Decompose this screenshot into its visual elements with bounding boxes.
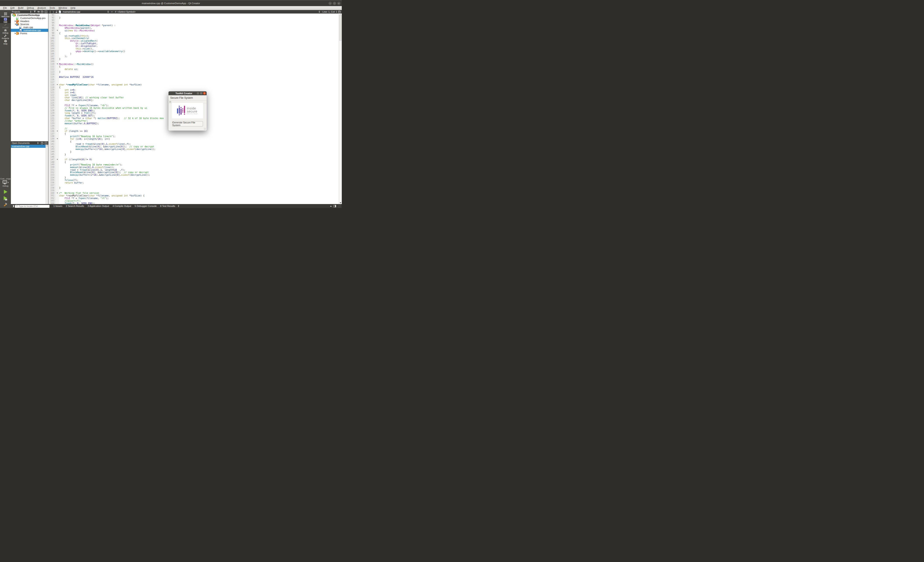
drag-handle-icon[interactable] — [169, 101, 171, 103]
line-number: 93 — [48, 19, 56, 21]
editor-scrollbar[interactable] — [339, 13, 342, 204]
fold-marker-icon[interactable] — [56, 138, 59, 139]
tree-item-mainwindow.cpp[interactable]: C+mainwindow.cpp — [11, 29, 48, 32]
output-pane-compile-output[interactable]: 4 Compile Output — [111, 204, 133, 208]
documents-scrollbar[interactable] — [45, 145, 48, 204]
mode-debug[interactable]: Debug — [0, 28, 11, 34]
output-pane-search-results[interactable]: 2 Search Results — [64, 204, 86, 208]
line-number: 101 — [48, 40, 56, 42]
open-file-dropdown[interactable]: mainwindow.cpp — [63, 10, 80, 13]
mode-label: Projects — [2, 37, 9, 39]
go-back-icon[interactable]: ❮ — [49, 10, 51, 13]
code-line-145: 145 } — [48, 153, 339, 156]
output-pane-issues[interactable]: 1 Issues — [52, 204, 64, 208]
debug-run-button[interactable] — [3, 196, 8, 201]
dialog-resize-grip[interactable] — [204, 128, 206, 130]
scroll-down-icon[interactable] — [339, 201, 342, 204]
close-document-icon[interactable]: × — [111, 10, 112, 13]
panel-mode-selector-icon[interactable] — [30, 10, 32, 13]
mode-edit[interactable]: Edit — [0, 18, 11, 23]
toggle-right-sidebar-button[interactable] — [333, 205, 336, 207]
menu-item-build[interactable]: Build — [16, 6, 25, 10]
go-forward-icon[interactable]: ❯ — [52, 10, 54, 13]
output-pane-debugger-console[interactable]: 5 Debugger Console — [133, 204, 159, 208]
line-number: 107 — [48, 55, 56, 58]
line-number: 125 — [48, 102, 56, 104]
split-documents-icon[interactable] — [41, 142, 44, 144]
line-number: 122 — [48, 94, 56, 96]
dialog-minimize-icon[interactable]: – — [196, 92, 199, 94]
kit-selector[interactable] — [2, 180, 9, 184]
output-pane-application-output[interactable]: 3 Application Output — [86, 204, 111, 208]
qt-creator-window: mainwindow.cpp @ CustomerDemoApp - Qt Cr… — [0, 0, 342, 208]
mode-welcome[interactable]: Welcome — [0, 12, 11, 18]
svg-text:?: ? — [5, 40, 6, 42]
mode-help[interactable]: ?Help — [0, 39, 11, 45]
fold-marker-icon[interactable] — [56, 192, 59, 193]
file-list-sort-icon[interactable] — [108, 10, 109, 13]
menu-item-edit[interactable]: Edit — [9, 6, 16, 10]
maximize-icon[interactable]: □ — [333, 2, 336, 5]
split-panel-icon[interactable] — [41, 10, 44, 13]
fold-marker-icon[interactable] — [56, 159, 59, 160]
locator[interactable] — [15, 204, 50, 208]
collapse-documents-icon[interactable] — [45, 142, 47, 144]
tree-item-sources[interactable]: C+Sources — [11, 22, 48, 26]
split-editor-icon[interactable] — [338, 10, 341, 13]
line-number: 164 — [48, 202, 56, 204]
code-line-96: 96 QMainWindow(parent), — [48, 27, 339, 29]
window-resize-grip[interactable] — [338, 204, 341, 208]
code-line-99: 99 ui->setupUi(this); — [48, 34, 339, 37]
fold-marker-icon[interactable] — [56, 63, 59, 64]
cursor-sort-icon[interactable] — [319, 10, 320, 13]
output-pane-sort-icon[interactable] — [178, 205, 179, 207]
generate-secure-file-system-button[interactable]: Generate Secure File System — [172, 121, 203, 126]
output-pane-test-results[interactable]: 8 Test Results — [159, 204, 177, 208]
close-icon[interactable]: × — [337, 2, 340, 5]
projects-panel-title: Projects — [12, 10, 30, 13]
code-line-160: 160/* Working flat file version — [48, 192, 339, 194]
tree-item-forms[interactable]: ✎Forms — [11, 32, 48, 35]
toggle-left-sidebar-button[interactable] — [11, 204, 14, 208]
tree-item-label: CustomerDemoApp — [17, 14, 40, 16]
line-number: 102 — [48, 42, 56, 45]
fold-marker-icon[interactable] — [56, 84, 59, 85]
tree-item-headers[interactable]: hHeaders — [11, 19, 48, 22]
tree-item-customerdemoapp[interactable]: QtCustomerDemoApp — [11, 13, 48, 16]
symbol-selector-dropdown[interactable]: <Select Symbol> — [117, 10, 136, 13]
close-panel-icon[interactable] — [45, 10, 47, 13]
tree-item-main.cpp[interactable]: C+main.cpp — [11, 26, 48, 29]
dialog-close-icon[interactable]: × — [203, 92, 206, 94]
dialog-maximize-icon[interactable]: □ — [200, 92, 202, 94]
maximize-output-icon[interactable] — [330, 205, 332, 207]
line-number: 112 — [48, 68, 56, 70]
menu-item-debug[interactable]: Debug — [25, 6, 36, 10]
open-document-item[interactable]: mainwindow.cpp — [11, 145, 45, 148]
filter-icon[interactable] — [34, 10, 36, 13]
run-button[interactable] — [3, 189, 8, 195]
line-number: 104 — [48, 47, 56, 50]
mode-projects[interactable]: Projects — [0, 34, 11, 39]
menu-item-help[interactable]: Help — [69, 6, 77, 10]
line-number: 95 — [48, 24, 56, 27]
tree-item-customerdemoapp.pro[interactable]: QtCustomerDemoApp.pro — [11, 16, 48, 19]
menu-item-analyze[interactable]: Analyze — [36, 6, 48, 10]
documents-sort-icon[interactable] — [37, 142, 39, 144]
sync-with-editor-icon[interactable] — [37, 11, 40, 13]
minimize-icon[interactable]: – — [328, 2, 332, 5]
menu-item-window[interactable]: Window — [57, 6, 69, 10]
fold-marker-icon[interactable] — [56, 30, 59, 31]
scrollbar-thumb[interactable] — [339, 15, 342, 41]
fold-marker-icon[interactable] — [56, 130, 59, 132]
line-number: 92 — [48, 16, 56, 19]
line-number: 154 — [48, 176, 56, 179]
build-button[interactable] — [3, 202, 8, 207]
dialog-titlebar[interactable]: Toolkit Creator – □ × — [168, 91, 207, 95]
tree-item-label: main.cpp — [23, 26, 33, 28]
code-line-151: 151 read = fread(&line[0],1, length%16 ,… — [48, 168, 339, 171]
locator-input[interactable] — [15, 205, 50, 208]
line-number: 159 — [48, 189, 56, 192]
code-line-156: 156 return buffer; — [48, 181, 339, 184]
menu-item-tools[interactable]: Tools — [48, 6, 57, 10]
menu-item-file[interactable]: File — [1, 6, 9, 10]
